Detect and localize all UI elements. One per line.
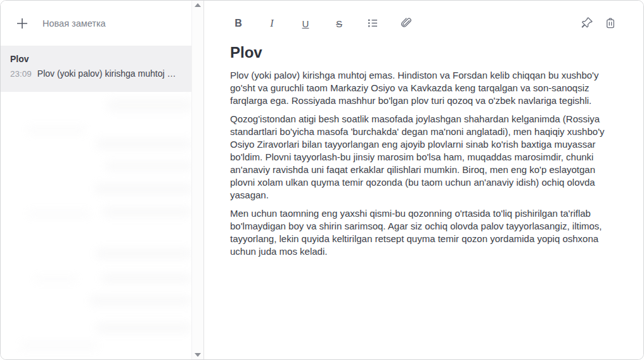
blurred-notes-area [1,93,191,359]
blurred-note-placeholder [102,207,192,217]
blurred-note-placeholder [94,183,193,195]
italic-button[interactable]: I [264,16,280,31]
note-paragraph[interactable]: Men uchun taomning eng yaxshi qismi-bu q… [230,207,618,258]
note-editor: Plov Plov (yoki palov) kirishga muhtoj e… [204,34,643,276]
blurred-note-placeholder [96,138,192,150]
bulleted-list-button[interactable] [365,16,380,31]
note-list-item-plov[interactable]: Plov 23:09 Plov (yoki palov) kirishga mu… [1,46,203,92]
delete-note-button[interactable] [603,16,618,31]
scroll-down-arrow-icon[interactable] [195,353,201,357]
blurred-note-placeholder [89,295,192,306]
blurred-note-placeholder [105,161,193,171]
formatting-toolbar: B I U S [204,1,643,34]
blurred-note-placeholder [107,99,193,112]
notes-sidebar: Новая заметка Plov 23:09 Plov (yoki palo… [1,1,204,359]
note-body-text[interactable]: Plov (yoki palov) kirishga muhtoj emas. … [230,69,618,258]
scroll-up-arrow-icon[interactable] [195,3,201,7]
note-item-timestamp: 23:09 [10,69,32,79]
sidebar-scrollbar[interactable] [191,1,203,359]
note-paragraph[interactable]: Plov (yoki palov) kirishga muhtoj emas. … [230,69,618,107]
note-item-row: 23:09 Plov (yoki palov) kirishga muhtoj … [10,68,193,79]
strikethrough-button[interactable]: S [332,16,347,31]
new-note-label: Новая заметка [42,18,106,29]
blurred-note-placeholder [27,210,91,218]
blurred-note-placeholder [96,323,192,333]
bold-button[interactable]: B [231,16,246,31]
blurred-note-placeholder [101,273,192,284]
editor-pane: B I U S [204,1,643,359]
blurred-note-placeholder [34,275,78,283]
blurred-note-placeholder [96,248,192,259]
trash-icon [603,16,617,32]
blurred-note-placeholder [20,341,99,350]
note-item-title: Plov [10,54,193,64]
new-note-button[interactable]: Новая заметка [1,1,203,46]
note-title[interactable]: Plov [230,44,618,61]
pin-icon [580,16,594,32]
note-paragraph[interactable]: Qozog'istondan atigi besh soatlik masofa… [230,113,618,202]
note-action-buttons [579,16,618,31]
pin-note-button[interactable] [579,16,595,31]
paperclip-icon [399,16,413,32]
format-buttons-group: B I U S [231,16,414,31]
note-item-preview: Plov (yoki palov) kirishga muhtoj em… [37,68,180,79]
attach-file-button[interactable] [399,16,414,31]
bulleted-list-icon [366,16,379,31]
underline-button[interactable]: U [298,16,313,31]
notes-app-window: Новая заметка Plov 23:09 Plov (yoki palo… [0,0,644,360]
plus-icon [16,17,29,30]
blurred-note-placeholder [26,125,86,135]
